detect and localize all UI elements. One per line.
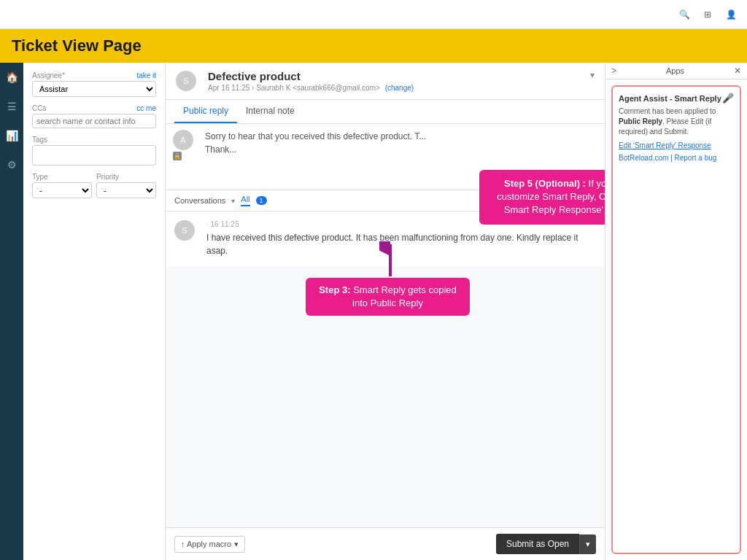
priority-label: Priority: [96, 173, 156, 181]
mic-icon[interactable]: 🎤: [722, 93, 734, 104]
cc-input[interactable]: [32, 114, 156, 128]
reply-area: Public reply Internal note A 🔒 Sorry to …: [166, 100, 605, 190]
sidebar-menu-icon[interactable]: ☰: [3, 98, 20, 115]
avatar: S: [176, 71, 196, 91]
change-link[interactable]: (change): [385, 84, 414, 92]
reply-avatar: A 🔒: [173, 130, 199, 160]
right-panel-topbar: > Apps ✕: [605, 63, 747, 79]
bottom-bar: ↑ Apply macro ▾ Submit as Open ▾: [166, 527, 605, 560]
refresh-icon[interactable]: ↻: [590, 175, 599, 187]
take-it-link[interactable]: take it: [136, 71, 156, 79]
priority-field: Priority -: [96, 173, 156, 198]
page-title: Ticket View Page: [12, 36, 735, 55]
tags-label: Tags: [32, 136, 156, 144]
tab-internal-note[interactable]: Internal note: [237, 100, 303, 123]
grid-icon[interactable]: ⊞: [700, 7, 715, 22]
top-bar: 🔍 ⊞ 👤: [0, 0, 747, 29]
message-body: ∙ 16 11:25 I have received this defectiv…: [206, 220, 596, 257]
message-time: ∙ 16 11:25: [206, 220, 596, 228]
report-bug-link[interactable]: BotReload.com | Report a bug: [619, 154, 716, 162]
apps-label: Apps: [666, 66, 684, 75]
tab-all[interactable]: All: [241, 195, 249, 206]
center-panel: S Defective product Apr 16 11:25 › Saura…: [166, 63, 605, 560]
type-field: Type -: [32, 173, 92, 198]
right-panel: > Apps ✕ Agent Assist - Smart Reply 🎤 Co…: [605, 63, 747, 560]
apply-macro-select[interactable]: ↑ Apply macro ▾: [174, 536, 245, 553]
tags-field: Tags: [32, 136, 156, 166]
search-icon[interactable]: 🔍: [677, 7, 692, 22]
ticket-info: S Defective product Apr 16 11:25 › Saura…: [176, 70, 414, 92]
conversations-badge: 1: [256, 196, 267, 205]
ccs-field: CCs cc me: [32, 104, 156, 128]
assignee-field: Assignee* take it Assistar: [32, 71, 156, 97]
sidebar-settings-icon[interactable]: ⚙: [3, 156, 20, 174]
sidebar-home-icon[interactable]: 🏠: [3, 69, 20, 86]
submit-button-group: Submit as Open ▾: [496, 534, 596, 554]
cc-me-link[interactable]: cc me: [136, 104, 156, 112]
smart-reply-box: Agent Assist - Smart Reply 🎤 Comment has…: [611, 85, 741, 554]
main-layout: 🏠 ☰ 📊 ⚙ Assignee* take it Assistar CCs c…: [0, 63, 747, 560]
edit-smart-reply-link[interactable]: Edit 'Smart Reply' Response: [619, 141, 734, 149]
tab-public-reply[interactable]: Public reply: [174, 100, 237, 123]
apply-macro-label: ↑ Apply macro: [181, 540, 231, 548]
assignee-select[interactable]: Assistar: [32, 81, 156, 97]
right-panel-chevron[interactable]: >: [611, 66, 616, 76]
type-select[interactable]: -: [32, 182, 92, 198]
avatar-reply: A: [173, 130, 193, 150]
reply-content: Sorry to hear that you received this def…: [205, 130, 597, 166]
reply-footer: ↻: [166, 172, 605, 190]
top-bar-right: 🔍 ⊞ 👤: [677, 7, 738, 22]
type-priority-row: Type - Priority -: [32, 173, 156, 206]
user-icon[interactable]: 👤: [724, 7, 738, 22]
reply-text-line2: Thank...: [205, 143, 597, 156]
reply-tabs: Public reply Internal note: [166, 100, 605, 124]
smart-reply-desc: Comment has been applied to Public Reply…: [619, 106, 734, 137]
tab-conversations[interactable]: Conversations: [174, 196, 225, 205]
right-panel-close[interactable]: ✕: [734, 66, 741, 76]
reply-text-line1: Sorry to hear that you received this def…: [205, 130, 597, 143]
step3-arrow: [379, 241, 401, 280]
tags-input[interactable]: [32, 145, 156, 166]
priority-select[interactable]: -: [96, 182, 156, 198]
ticket-meta: Apr 16 11:25 › Saurabh K <saurabk666@gma…: [208, 84, 414, 92]
page-header: Ticket View Page: [0, 29, 747, 63]
submit-button[interactable]: Submit as Open: [496, 534, 579, 554]
left-sidebar: 🏠 ☰ 📊 ⚙: [0, 63, 23, 560]
lock-icon: 🔒: [173, 152, 182, 160]
message-text: I have received this defective product. …: [206, 231, 596, 257]
smart-reply-title: Agent Assist - Smart Reply 🎤: [619, 93, 734, 104]
left-panel: Assignee* take it Assistar CCs cc me Tag…: [23, 63, 166, 560]
message-avatar: S: [174, 220, 195, 241]
ticket-title: Defective product: [208, 70, 414, 82]
conversations-tabs: Conversations ▾ All 1: [166, 190, 605, 211]
submit-dropdown-button[interactable]: ▾: [579, 534, 596, 554]
ticket-header: S Defective product Apr 16 11:25 › Saura…: [166, 63, 605, 100]
assignee-label: Assignee* take it: [32, 71, 156, 79]
ccs-label: CCs cc me: [32, 104, 156, 112]
ticket-collapse-icon[interactable]: ▾: [590, 70, 595, 80]
sidebar-chart-icon[interactable]: 📊: [3, 127, 20, 144]
apply-macro-arrow: ▾: [234, 540, 239, 549]
type-label: Type: [32, 173, 92, 181]
